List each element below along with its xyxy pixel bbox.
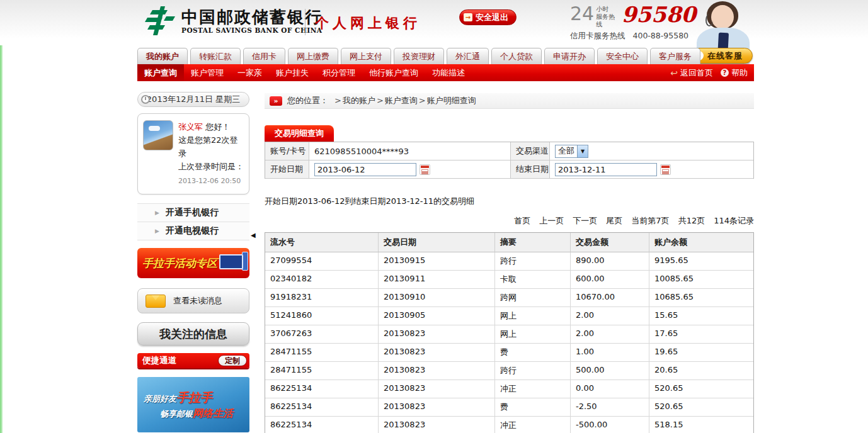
- start-date-input[interactable]: [314, 163, 416, 176]
- main-tab-5[interactable]: 投资理财: [394, 48, 444, 64]
- end-date-calendar-icon[interactable]: [660, 164, 671, 175]
- hotline-24: 24: [570, 4, 594, 24]
- breadcrumb-separator: >: [334, 96, 341, 105]
- breadcrumb-prefix: 您的位置：: [287, 95, 328, 106]
- table-row-2: 9191823120130910跨网10670.0010685.65: [265, 289, 753, 307]
- help-icon: ?: [721, 69, 729, 77]
- hotline-24-unit: 小时: [596, 6, 608, 13]
- promo-banner[interactable]: 手拉手活动专区: [137, 248, 249, 278]
- table-cell-9-1: 20130823: [379, 417, 495, 433]
- start-date-calendar-icon[interactable]: [420, 164, 430, 175]
- customize-button[interactable]: 定制: [218, 355, 247, 366]
- ad-banner-blue[interactable]: 亲朋好友手拉手 畅享邮银网络生活: [137, 377, 249, 432]
- table-cell-6-1: 20130823: [379, 362, 495, 380]
- main-tab-3[interactable]: 网上缴费: [288, 48, 338, 64]
- table-cell-5-1: 20130823: [379, 344, 495, 362]
- column-header-4: 账户余额: [649, 233, 753, 252]
- help-label: 帮助: [731, 67, 748, 79]
- column-header-0: 流水号: [265, 233, 379, 252]
- subnav-item-0[interactable]: 账户查询: [137, 64, 184, 81]
- return-home-link[interactable]: ↩ 返回首页: [670, 67, 713, 79]
- main-nav: 我的账户转账汇款信用卡网上缴费网上支付投资理财外汇通个人贷款申请开办安全中心客户…: [137, 48, 703, 64]
- table-row-1: 0234018220130911卡取600.0010085.65: [265, 271, 753, 289]
- user-info-card: 张义军 您好！ 这是您第22次登录 上次登录时间是： 2013-12-06 20…: [137, 113, 249, 194]
- table-cell-8-0: 86225134: [265, 398, 379, 417]
- table-cell-8-3: -2.50: [571, 398, 649, 417]
- credit-card-hotline-label: 信用卡服务热线: [570, 31, 625, 40]
- end-date-input[interactable]: [555, 163, 657, 176]
- pagination-status-0: 当前第7页: [631, 215, 669, 227]
- column-header-2: 摘要: [495, 233, 571, 252]
- table-cell-6-0: 28471155: [265, 362, 379, 380]
- user-greeting: 您好！: [205, 122, 230, 132]
- table-cell-3-4: 15.65: [649, 307, 753, 325]
- main-tab-1[interactable]: 转账汇款: [190, 48, 241, 64]
- sidebar-collapse-icon[interactable]: ◀: [251, 232, 256, 239]
- table-cell-4-3: 2.00: [571, 325, 649, 344]
- followed-info-button[interactable]: 我关注的信息: [137, 322, 249, 346]
- pagination-link-1[interactable]: 上一页: [539, 215, 564, 227]
- ad-blue-text-4: 网络生活: [193, 407, 233, 419]
- main-tab-2[interactable]: 信用卡: [243, 48, 285, 64]
- unread-messages-label: 查看未读消息: [173, 295, 222, 306]
- query-form: 账号/卡号 6210985510004****93 交易渠道 全部 ▼ 开始日期…: [265, 142, 754, 179]
- hotline-24-label: 服务热线: [596, 13, 615, 28]
- table-cell-3-1: 20130905: [379, 307, 495, 325]
- current-date: 2013年12月11日 星期三: [147, 94, 240, 105]
- breadcrumb-item-1[interactable]: 账户查询: [385, 96, 418, 105]
- subnav-item-4[interactable]: 积分管理: [316, 64, 362, 81]
- table-row-6: 2847115520130823跨行500.0020.65: [265, 362, 753, 380]
- date-bar: 2013年12月11日 星期三: [137, 92, 249, 107]
- end-date-label: 结束日期: [511, 160, 550, 178]
- account-label: 账号/卡号: [265, 142, 309, 160]
- header-divider: [305, 9, 306, 35]
- table-cell-3-2: 网上: [495, 307, 571, 325]
- pagination-link-2[interactable]: 下一页: [573, 215, 597, 227]
- table-cell-8-4: 520.65: [649, 398, 753, 417]
- breadcrumb: » 您的位置： >我的账户>账户查询>账户明细查询: [265, 93, 754, 109]
- subnav-item-5[interactable]: 他行账户查询: [362, 64, 425, 81]
- clock-icon: [141, 95, 150, 104]
- results-table: 流水号交易日期摘要交易金额账户余额 2709955420130915跨行890.…: [265, 232, 754, 433]
- breadcrumb-items: >我的账户>账户查询>账户明细查询: [333, 95, 476, 106]
- main-tab-8[interactable]: 申请开办: [544, 48, 595, 64]
- logout-icon: →: [464, 13, 472, 21]
- sidebar-link-1[interactable]: ▶开通电视银行: [137, 222, 249, 240]
- table-cell-5-0: 28471155: [265, 344, 379, 362]
- help-link[interactable]: ? 帮助: [721, 67, 748, 79]
- pagination-link-3[interactable]: 尾页: [606, 215, 622, 227]
- subnav-item-6[interactable]: 功能描述: [425, 64, 472, 81]
- user-avatar: [143, 120, 173, 150]
- main-tab-0[interactable]: 我的账户: [137, 48, 188, 64]
- main-tab-6[interactable]: 外汇通: [447, 48, 489, 64]
- login-count: 这是您第22次登录: [178, 133, 244, 160]
- table-cell-2-4: 10685.65: [649, 289, 753, 307]
- pagination-link-0[interactable]: 首页: [514, 215, 530, 227]
- sidebar-link-0[interactable]: ▶开通手机银行: [137, 204, 249, 222]
- breadcrumb-icon: »: [270, 96, 282, 106]
- pagination-status-2: 114条记录: [714, 215, 754, 227]
- chevron-down-icon: ▼: [577, 145, 588, 157]
- hotline-number: 95580: [622, 4, 696, 25]
- main-tab-9[interactable]: 安全中心: [597, 48, 648, 64]
- main-tab-10[interactable]: 客户服务: [650, 48, 700, 64]
- subnav-item-1[interactable]: 账户管理: [184, 64, 231, 81]
- arrow-right-icon: ▶: [155, 228, 159, 234]
- logout-button[interactable]: → 安全退出: [459, 9, 517, 25]
- table-cell-0-1: 20130915: [379, 252, 495, 271]
- subnav-item-3[interactable]: 账户挂失: [269, 64, 316, 81]
- channel-select[interactable]: 全部 ▼: [555, 145, 588, 158]
- main-tab-4[interactable]: 网上支付: [341, 48, 391, 64]
- table-cell-5-2: 费: [495, 344, 571, 362]
- ad-blue-text-2: 手拉手: [176, 390, 212, 404]
- table-row-0: 2709955420130915跨行890.009195.65: [265, 252, 753, 271]
- table-row-8: 8622513420130823费-2.50520.65: [265, 398, 753, 417]
- main-tab-7[interactable]: 个人贷款: [491, 48, 542, 64]
- table-row-7: 8622513420130823冲正0.00520.65: [265, 380, 753, 398]
- table-cell-6-4: 20.65: [649, 362, 753, 380]
- breadcrumb-item-2[interactable]: 账户明细查询: [427, 96, 476, 105]
- unread-messages-button[interactable]: 查看未读消息: [137, 288, 249, 313]
- breadcrumb-item-0[interactable]: 我的账户: [343, 96, 375, 105]
- subnav-item-2[interactable]: 一家亲: [231, 64, 269, 81]
- table-row-3: 5124186020130905网上2.0015.65: [265, 307, 753, 325]
